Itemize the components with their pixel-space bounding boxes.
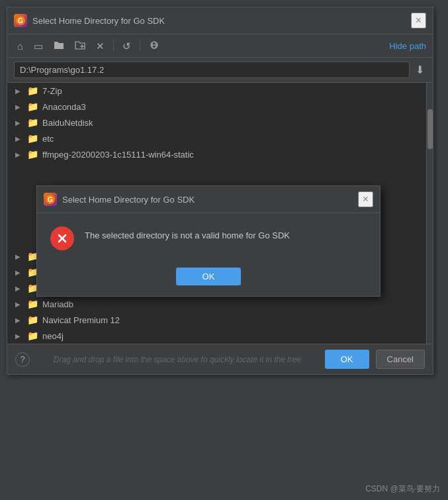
scrollbar-thumb[interactable] [427, 109, 433, 149]
tree-arrow: ▶ [15, 119, 23, 126]
list-item[interactable]: ▶ 📁 ffmpeg-20200203-1c15111-win64-static [7, 146, 426, 162]
scrollbar-track[interactable] [426, 83, 433, 344]
network-button[interactable] [146, 38, 163, 53]
drag-hint: Drag and drop a file into the space abov… [54, 355, 301, 364]
list-item[interactable]: ▶ 📁 Navicat Premium 12 [7, 312, 426, 328]
error-close-button[interactable]: × [358, 191, 373, 207]
path-input[interactable] [14, 62, 410, 78]
tree-item-label: etc [42, 134, 54, 144]
error-dialog: G Select Home Directory for Go SDK × The… [36, 185, 381, 297]
folder-icon: 📁 [27, 315, 38, 325]
list-item[interactable]: ▶ 📁 Mariadb [7, 296, 426, 312]
svg-text:G: G [48, 196, 53, 203]
error-body: The selected directory is not a valid ho… [37, 213, 380, 261]
tree-arrow: ▶ [15, 253, 23, 260]
tree-arrow: ▶ [15, 103, 23, 111]
tree-item-label: ffmpeg-20200203-1c15111-win64-static [42, 150, 194, 160]
tree-arrow: ▶ [15, 285, 23, 292]
bottom-buttons: OK Cancel [325, 350, 425, 369]
list-item[interactable]: ▶ 📁 neo4j [7, 328, 426, 344]
list-item[interactable]: ▶ 📁 Anaconda3 [7, 99, 426, 115]
tree-item-label: Mariadb [42, 299, 73, 309]
toolbar-separator-2 [140, 40, 140, 52]
folder-icon: 📁 [27, 149, 38, 160]
folder-icon: 📁 [27, 101, 38, 112]
delete-button[interactable]: ✕ [93, 39, 108, 53]
error-title-bar: G Select Home Directory for Go SDK × [37, 186, 380, 213]
tree-item-label: Navicat Premium 12 [42, 315, 120, 325]
error-ok-button[interactable]: OK [176, 268, 242, 285]
folder-open-button[interactable] [50, 38, 67, 53]
tree-arrow: ▶ [15, 151, 23, 158]
error-footer: OK [37, 261, 380, 296]
folder-icon: 📁 [27, 133, 38, 144]
error-message: The selected directory is not a valid ho… [85, 226, 290, 240]
bottom-bar: ? Drag and drop a file into the space ab… [7, 344, 433, 374]
title-bar-left: G Select Home Directory for Go SDK [14, 14, 165, 27]
error-dialog-title: Select Home Directory for Go SDK [62, 195, 195, 205]
tree-item-label: Anaconda3 [42, 102, 86, 112]
list-item[interactable]: ▶ 📁 7-Zip [7, 83, 426, 99]
tree-arrow: ▶ [15, 332, 23, 340]
list-item[interactable]: ▶ 📁 BaiduNetdisk [7, 115, 426, 130]
folder-icon: 📁 [27, 85, 38, 96]
help-button[interactable]: ? [15, 352, 30, 367]
app-icon: G [14, 14, 27, 27]
tree-arrow: ▶ [15, 301, 23, 308]
tree-arrow: ▶ [15, 87, 23, 95]
error-title-left: G Select Home Directory for Go SDK [44, 193, 195, 206]
svg-text:G: G [18, 17, 23, 25]
error-app-icon: G [44, 193, 57, 206]
home-button[interactable]: ⌂ [14, 39, 26, 53]
tree-arrow: ▶ [15, 269, 23, 276]
tree-arrow: ▶ [15, 135, 23, 142]
folder-icon: 📁 [27, 299, 38, 309]
main-ok-button[interactable]: OK [325, 350, 369, 369]
watermark: CSDN @菜鸟·要努力 [365, 483, 440, 495]
main-cancel-button[interactable]: Cancel [376, 350, 425, 369]
tree-item-label: BaiduNetdisk [42, 118, 93, 128]
tree-item-label: neo4j [42, 331, 64, 341]
folder-icon: 📁 [27, 117, 38, 128]
error-icon [50, 226, 74, 250]
main-dialog-title: Select Home Directory for Go SDK [32, 16, 165, 26]
path-bar: ⬇ [7, 58, 433, 83]
desktop-button[interactable]: ▭ [30, 39, 46, 53]
main-title-bar: G Select Home Directory for Go SDK × [7, 7, 433, 34]
toolbar-separator [113, 40, 114, 52]
folder-new-button[interactable] [71, 38, 89, 53]
tree-item-label: 7-Zip [42, 86, 62, 96]
folder-icon: 📁 [27, 330, 38, 341]
path-download-button[interactable]: ⬇ [414, 62, 426, 78]
hide-path-button[interactable]: Hide path [389, 41, 426, 51]
list-item[interactable]: ▶ 📁 etc [7, 130, 426, 146]
toolbar: ⌂ ▭ ✕ ↺ Hide path [7, 34, 433, 58]
tree-arrow: ▶ [15, 317, 23, 324]
main-close-button[interactable]: × [411, 13, 426, 28]
refresh-button[interactable]: ↺ [119, 39, 134, 53]
